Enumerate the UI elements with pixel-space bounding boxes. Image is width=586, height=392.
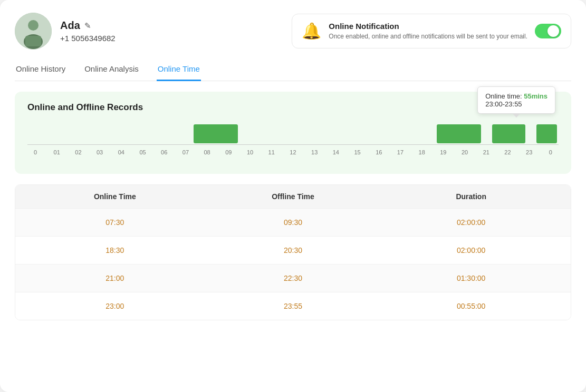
cell-offline: 22:30 [204, 274, 382, 282]
cell-online: 18:30 [26, 246, 204, 254]
axis-tick: 18 [414, 149, 430, 155]
notification-text: Online Notification Once enabled, online… [329, 22, 527, 41]
cell-offline: 23:55 [204, 302, 382, 310]
axis-tick: 23 [521, 149, 537, 155]
axis-tick: 09 [220, 149, 236, 155]
tabs: Online History Online Analysis Online Ti… [15, 60, 571, 81]
axis-tick: 0 [543, 149, 559, 155]
axis-tick: 20 [457, 149, 473, 155]
bell-icon: 🔔 [302, 22, 321, 40]
timeline-container: 0010203040506070809101112131415161718192… [27, 123, 559, 165]
user-details: Ada ✎ +1 5056349682 [60, 19, 116, 43]
axis-tick: 07 [178, 149, 194, 155]
timeline-bar [194, 124, 238, 143]
timeline-bar [492, 124, 525, 143]
user-name: Ada [60, 19, 80, 32]
main-card: Ada ✎ +1 5056349682 🔔 Online Notificatio… [0, 0, 586, 392]
svg-point-1 [28, 20, 39, 31]
axis-tick: 0 [27, 149, 43, 155]
cell-duration: 00:55:00 [382, 302, 560, 310]
notification-box: 🔔 Online Notification Once enabled, onli… [292, 14, 571, 49]
cell-online: 21:00 [26, 274, 204, 282]
axis-tick: 19 [435, 149, 451, 155]
table-row: 18:30 20:30 02:00:00 [15, 236, 571, 264]
axis-tick: 10 [242, 149, 258, 155]
cell-online: 07:30 [26, 218, 204, 227]
user-info: Ada ✎ +1 5056349682 [15, 13, 116, 50]
axis-tick: 13 [306, 149, 322, 155]
tooltip-time-range: 23:00-23:55 [485, 100, 522, 108]
user-name-row: Ada ✎ [60, 19, 116, 32]
cell-duration: 01:30:00 [382, 274, 560, 282]
tab-online-time[interactable]: Online Time [157, 60, 201, 81]
axis-tick: 02 [70, 149, 86, 155]
chart-area: Online and Offline Records Online time: … [15, 92, 571, 174]
svg-rect-3 [25, 36, 41, 46]
timeline-bar [536, 124, 557, 143]
cell-duration: 02:00:00 [382, 218, 560, 227]
axis-tick: 04 [113, 149, 129, 155]
col-offline-time: Offline Time [204, 192, 382, 201]
axis-tick: 06 [156, 149, 172, 155]
table-row: 21:00 22:30 01:30:00 [15, 264, 571, 292]
timeline-axis: 0010203040506070809101112131415161718192… [27, 144, 559, 155]
col-online-time: Online Time [26, 192, 204, 201]
axis-tick: 14 [328, 149, 344, 155]
tooltip-value: 55mins [524, 92, 547, 100]
table-row: 23:00 23:55 00:55:00 [15, 292, 571, 320]
cell-offline: 20:30 [204, 246, 382, 254]
axis-tick: 21 [478, 149, 494, 155]
axis-tick: 17 [392, 149, 408, 155]
cell-offline: 09:30 [204, 218, 382, 227]
axis-tick: 05 [135, 149, 151, 155]
notification-toggle[interactable] [535, 24, 561, 38]
axis-tick: 03 [92, 149, 108, 155]
cell-duration: 02:00:00 [382, 246, 560, 254]
header: Ada ✎ +1 5056349682 🔔 Online Notificatio… [15, 13, 571, 50]
table-header: Online Time Offline Time Duration [15, 185, 571, 208]
timeline-bar [437, 124, 481, 143]
timeline-track [27, 123, 559, 144]
axis-tick: 15 [350, 149, 366, 155]
table-body: 07:30 09:30 02:00:00 18:30 20:30 02:00:0… [15, 208, 571, 320]
axis-tick: 22 [499, 149, 515, 155]
axis-tick: 11 [264, 149, 280, 155]
col-duration: Duration [382, 192, 560, 201]
axis-tick: 16 [371, 149, 387, 155]
axis-tick: 01 [49, 149, 65, 155]
axis-tick: 12 [285, 149, 301, 155]
user-phone: +1 5056349682 [60, 34, 116, 43]
edit-icon[interactable]: ✎ [84, 21, 91, 31]
table-row: 07:30 09:30 02:00:00 [15, 208, 571, 236]
notification-description: Once enabled, online and offline notific… [329, 32, 527, 41]
tab-online-analysis[interactable]: Online Analysis [83, 60, 140, 81]
avatar [15, 13, 52, 50]
tooltip-label: Online time: [485, 92, 524, 100]
notification-title: Online Notification [329, 22, 527, 31]
records-table: Online Time Offline Time Duration 07:30 … [15, 184, 571, 320]
tooltip-box: Online time: 55mins 23:00-23:55 [477, 86, 555, 114]
cell-online: 23:00 [26, 302, 204, 310]
tab-online-history[interactable]: Online History [15, 60, 66, 81]
axis-tick: 08 [199, 149, 215, 155]
